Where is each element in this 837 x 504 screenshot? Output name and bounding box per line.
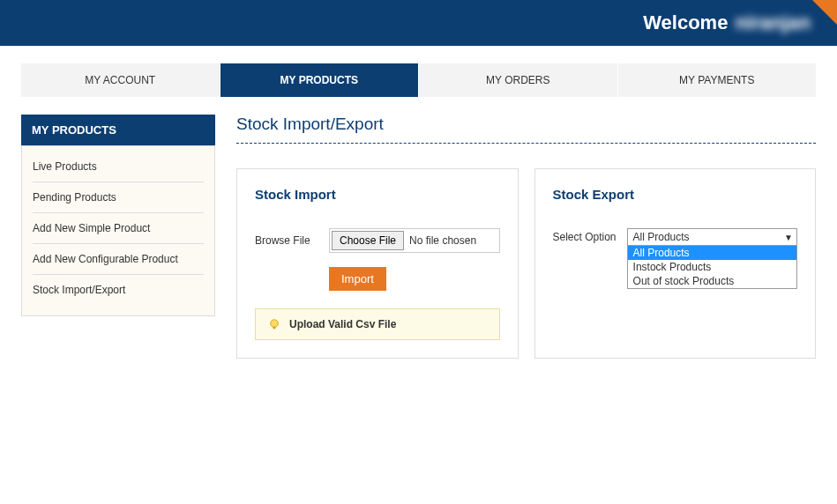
tab-my-products[interactable]: MY PRODUCTS — [220, 63, 420, 97]
content: MY PRODUCTS Live Products Pending Produc… — [0, 97, 837, 376]
stock-export-panel: Stock Export Select Option All Products … — [534, 168, 817, 359]
header: Welcome niranjan — [0, 0, 837, 46]
sidebar-item-pending-products[interactable]: Pending Products — [33, 182, 204, 213]
info-box: Upload Valid Csv File — [255, 308, 500, 340]
stock-import-title: Stock Import — [255, 187, 500, 202]
sidebar: MY PRODUCTS Live Products Pending Produc… — [21, 115, 215, 359]
sidebar-item-add-configurable[interactable]: Add New Configurable Product — [33, 244, 204, 275]
panels: Stock Import Browse File Choose File No … — [236, 168, 816, 359]
file-input[interactable]: Choose File No file chosen — [329, 228, 500, 253]
welcome-label: Welcome — [643, 11, 728, 34]
browse-file-label: Browse File — [255, 234, 318, 247]
import-button[interactable]: Import — [329, 267, 386, 291]
select-option-dropdown[interactable]: All Products ▼ — [627, 228, 797, 246]
dropdown-option-instock[interactable]: Instock Products — [628, 260, 796, 274]
bulb-icon — [268, 318, 280, 330]
tab-my-payments[interactable]: MY PAYMENTS — [618, 63, 817, 97]
select-option-row: Select Option All Products ▼ All Product… — [553, 228, 798, 246]
chevron-down-icon: ▼ — [784, 233, 793, 242]
sidebar-item-add-simple[interactable]: Add New Simple Product — [33, 213, 204, 244]
dropdown-option-all[interactable]: All Products — [628, 246, 796, 260]
page-title: Stock Import/Export — [236, 115, 816, 134]
browse-file-row: Browse File Choose File No file chosen — [255, 228, 500, 253]
sidebar-body: Live Products Pending Products Add New S… — [21, 145, 215, 316]
header-corner-accent — [812, 0, 837, 25]
tab-my-orders[interactable]: MY ORDERS — [419, 63, 618, 97]
sidebar-item-live-products[interactable]: Live Products — [33, 152, 204, 182]
tab-my-account[interactable]: MY ACCOUNT — [21, 63, 220, 97]
select-option-label: Select Option — [553, 231, 617, 243]
sidebar-header: MY PRODUCTS — [21, 115, 215, 145]
sidebar-item-stock-import-export[interactable]: Stock Import/Export — [33, 275, 204, 305]
svg-point-0 — [271, 320, 279, 328]
select-wrap: All Products ▼ All Products Instock Prod… — [627, 228, 797, 246]
dropdown-option-outofstock[interactable]: Out of stock Products — [628, 274, 796, 288]
svg-rect-1 — [273, 327, 276, 330]
divider — [236, 143, 816, 144]
main-tabs: MY ACCOUNT MY PRODUCTS MY ORDERS MY PAYM… — [0, 46, 837, 97]
file-status: No file chosen — [409, 234, 476, 247]
username: niranjan — [735, 11, 811, 34]
dropdown-list: All Products Instock Products Out of sto… — [627, 246, 797, 289]
main: Stock Import/Export Stock Import Browse … — [236, 115, 816, 359]
stock-import-panel: Stock Import Browse File Choose File No … — [236, 168, 519, 359]
info-text: Upload Valid Csv File — [289, 318, 396, 330]
choose-file-button[interactable]: Choose File — [332, 231, 404, 250]
select-value: All Products — [633, 231, 690, 243]
stock-export-title: Stock Export — [553, 187, 798, 202]
